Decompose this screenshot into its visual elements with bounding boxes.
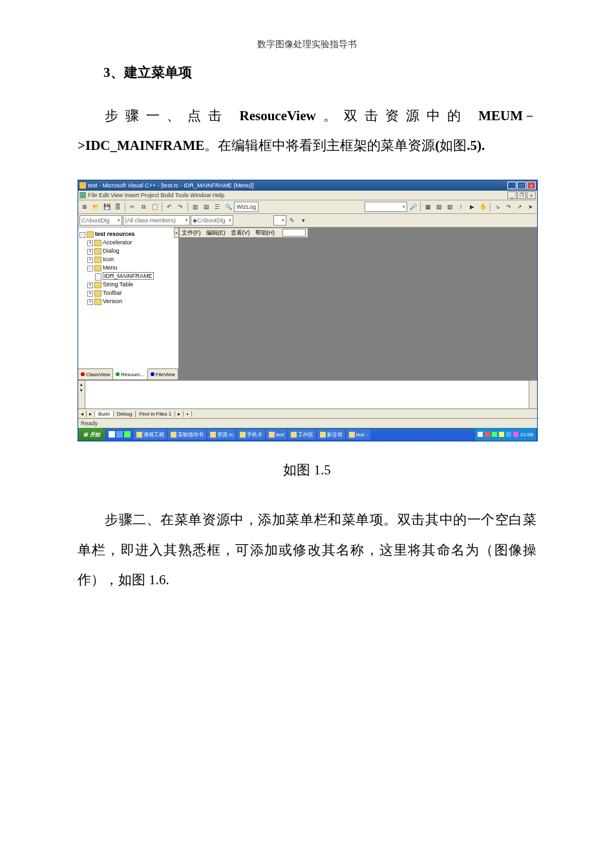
- taskbar-item[interactable]: 工作区: [288, 429, 316, 439]
- undo-icon[interactable]: ↶: [164, 202, 175, 212]
- pane-close-grip[interactable]: ×: [174, 228, 179, 238]
- combo-value: CAboutDlg: [81, 217, 110, 224]
- expand-icon[interactable]: +: [87, 257, 93, 263]
- members-combo[interactable]: (All class members)▾: [123, 215, 190, 226]
- empty-menu-slot[interactable]: [282, 229, 306, 237]
- redo-icon[interactable]: ↷: [175, 202, 185, 212]
- maximize-button[interactable]: □: [517, 182, 526, 189]
- workspace-icon[interactable]: ▥: [190, 202, 200, 212]
- wizard-action-combo[interactable]: ▾: [273, 215, 286, 226]
- collapse-icon[interactable]: -: [87, 266, 93, 271]
- save-all-icon[interactable]: 🗄: [112, 202, 123, 212]
- expand-icon[interactable]: +: [87, 240, 93, 246]
- tab-classview[interactable]: ClassView: [78, 369, 113, 379]
- find-icon[interactable]: 🔍: [223, 202, 233, 212]
- tree-item-version[interactable]: Version: [103, 298, 122, 304]
- save-icon[interactable]: 💾: [101, 202, 112, 212]
- mdi-restore-button[interactable]: ❐: [517, 191, 526, 199]
- expand-icon[interactable]: +: [87, 249, 93, 255]
- step-into-icon[interactable]: ↘: [492, 202, 503, 212]
- paste-icon[interactable]: 📋: [149, 202, 160, 212]
- mdi-close-button[interactable]: ×: [527, 191, 536, 199]
- taskbar-item[interactable]: 课程工程: [134, 429, 167, 439]
- taskbar-item[interactable]: 影音馆: [317, 429, 345, 439]
- tab-resourceview[interactable]: Resourc...: [113, 368, 147, 379]
- output-scrollbar[interactable]: [529, 381, 537, 408]
- tree-item-idr-mainframe[interactable]: IDR_MAINFRAME: [103, 272, 154, 280]
- minimize-button[interactable]: _: [507, 182, 516, 189]
- new-file-icon[interactable]: 🗎: [79, 202, 90, 212]
- ql-icon[interactable]: [109, 431, 115, 438]
- tree-item-dialog[interactable]: Dialog: [103, 248, 120, 254]
- tree-root[interactable]: test resources: [95, 231, 135, 237]
- window-list-icon[interactable]: ☰: [212, 202, 222, 212]
- stop-build-icon[interactable]: ▨: [445, 202, 455, 212]
- mdi-minimize-button[interactable]: _: [507, 191, 516, 199]
- taskbar-item[interactable]: test -: [346, 429, 370, 439]
- tree-item-menu[interactable]: Menu: [103, 264, 118, 271]
- output-grip[interactable]: ▴▾: [78, 381, 85, 408]
- breakpoint-icon[interactable]: ✋: [478, 202, 488, 212]
- expand-icon[interactable]: +: [87, 282, 93, 288]
- cut-icon[interactable]: ✂: [127, 202, 138, 212]
- tray-icon[interactable]: [492, 432, 497, 437]
- tree-item-accelerator[interactable]: Accelerator: [103, 239, 132, 246]
- taskbar-item[interactable]: test: [266, 429, 287, 439]
- tab-scroll-left[interactable]: ◂: [78, 411, 87, 417]
- find-next-icon[interactable]: 🔎: [408, 202, 418, 212]
- menu-item-view[interactable]: 查看(V): [231, 229, 250, 237]
- menu-editor-area[interactable]: × 文件(F) 编辑(E) 查看(V) 帮助(H): [179, 228, 537, 379]
- menu-item-help[interactable]: 帮助(H): [255, 229, 275, 237]
- ql-icon[interactable]: [116, 431, 123, 438]
- taskbar-item[interactable]: 资源 rc: [207, 429, 236, 439]
- tree-item-icon[interactable]: Icon: [103, 256, 114, 262]
- ql-icon[interactable]: [124, 431, 131, 438]
- resource-tree[interactable]: -test resources +Accelerator +Dialog +Ic…: [78, 228, 178, 368]
- tray-icon[interactable]: [499, 432, 504, 437]
- step-over-icon[interactable]: ↷: [503, 202, 514, 212]
- dot-icon: [81, 372, 85, 376]
- output-icon[interactable]: ▤: [201, 202, 211, 212]
- menu-editor-bar[interactable]: 文件(F) 编辑(E) 查看(V) 帮助(H): [179, 228, 308, 238]
- output-tab-build[interactable]: Build: [95, 411, 114, 417]
- ide-screenshot: test - Microsoft Visual C++ - [test.rc -…: [78, 180, 538, 441]
- tab-scroll-end[interactable]: ▪: [184, 411, 192, 417]
- go-icon[interactable]: ▶: [467, 202, 477, 212]
- wizard-dropdown-icon[interactable]: ▾: [298, 215, 308, 226]
- taskbar-item[interactable]: 手机卡: [237, 429, 265, 439]
- task-icon: [240, 432, 246, 438]
- tab-fileview[interactable]: FileView: [148, 369, 178, 379]
- expand-icon[interactable]: +: [87, 291, 93, 297]
- output-tab-findinfiles[interactable]: Find in Files 1: [136, 411, 175, 417]
- tray-icon[interactable]: [513, 432, 518, 437]
- compile-icon[interactable]: ▦: [423, 202, 433, 212]
- tray-icon[interactable]: [506, 432, 511, 437]
- expand-icon[interactable]: +: [87, 299, 93, 305]
- step-out-icon[interactable]: ↗: [514, 202, 525, 212]
- taskbar-item[interactable]: 实验指导书: [168, 429, 206, 439]
- tab-scroll-right[interactable]: ▸: [87, 411, 95, 417]
- function-combo[interactable]: ◆CAboutDlg▾: [191, 215, 233, 226]
- menubar-items[interactable]: File Edit View Insert Project Build Tool…: [88, 192, 507, 198]
- class-combo[interactable]: CAboutDlg▾: [79, 215, 122, 226]
- find-combo[interactable]: ▾: [365, 202, 407, 212]
- close-button[interactable]: ×: [527, 182, 536, 189]
- menu-item-edit[interactable]: 编辑(E): [206, 229, 226, 237]
- run-to-cursor-icon[interactable]: ➤: [525, 202, 536, 212]
- tray-icon[interactable]: [478, 432, 483, 437]
- wizard-wand-icon[interactable]: ✎: [287, 215, 297, 226]
- build-icon[interactable]: ▧: [434, 202, 444, 212]
- execute-icon[interactable]: !: [456, 202, 466, 212]
- open-file-icon[interactable]: 📂: [90, 202, 101, 212]
- menubar[interactable]: File Edit View Insert Project Build Tool…: [78, 191, 537, 200]
- tree-item-stringtable[interactable]: String Table: [103, 281, 133, 288]
- tray-icon[interactable]: [485, 432, 490, 437]
- menu-item-file[interactable]: 文件(F): [182, 229, 201, 237]
- wizlog-label[interactable]: WizLog: [234, 202, 259, 212]
- collapse-icon[interactable]: -: [79, 232, 85, 238]
- copy-icon[interactable]: ⧉: [138, 202, 149, 212]
- start-button[interactable]: ⊞ 开始: [78, 428, 105, 441]
- tree-item-toolbar[interactable]: Toolbar: [103, 290, 122, 296]
- output-tab-debug[interactable]: Debug: [114, 411, 136, 417]
- tab-scroll-more[interactable]: ▸: [175, 411, 184, 417]
